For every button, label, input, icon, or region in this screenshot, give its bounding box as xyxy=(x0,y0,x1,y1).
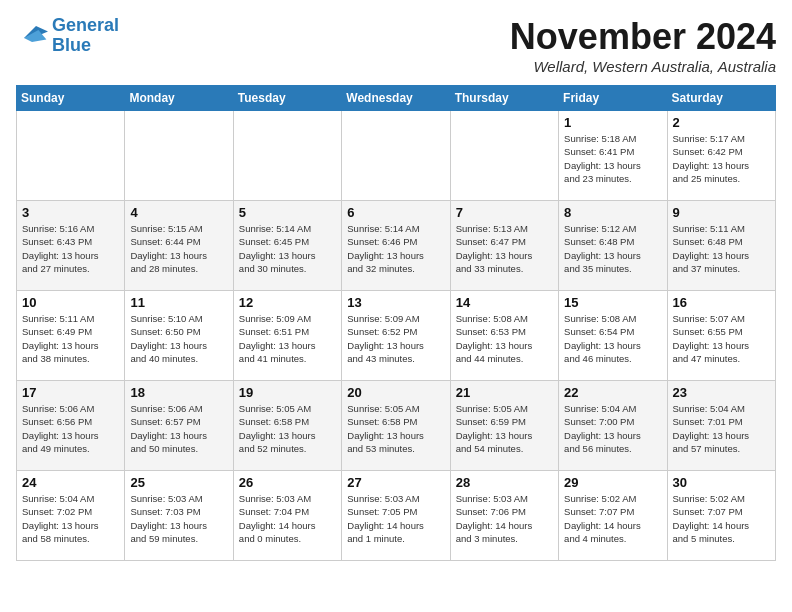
day-info: Sunrise: 5:06 AM Sunset: 6:56 PM Dayligh… xyxy=(22,402,119,455)
day-number: 26 xyxy=(239,475,336,490)
day-info: Sunrise: 5:07 AM Sunset: 6:55 PM Dayligh… xyxy=(673,312,770,365)
day-info: Sunrise: 5:09 AM Sunset: 6:52 PM Dayligh… xyxy=(347,312,444,365)
logo-text: General Blue xyxy=(52,16,119,56)
table-row: 27Sunrise: 5:03 AM Sunset: 7:05 PM Dayli… xyxy=(342,471,450,561)
table-row: 11Sunrise: 5:10 AM Sunset: 6:50 PM Dayli… xyxy=(125,291,233,381)
table-row: 3Sunrise: 5:16 AM Sunset: 6:43 PM Daylig… xyxy=(17,201,125,291)
header-tuesday: Tuesday xyxy=(233,86,341,111)
title-area: November 2024 Wellard, Western Australia… xyxy=(510,16,776,75)
table-row: 28Sunrise: 5:03 AM Sunset: 7:06 PM Dayli… xyxy=(450,471,558,561)
day-number: 10 xyxy=(22,295,119,310)
table-row: 16Sunrise: 5:07 AM Sunset: 6:55 PM Dayli… xyxy=(667,291,775,381)
header: General Blue November 2024 Wellard, West… xyxy=(16,16,776,75)
table-row: 7Sunrise: 5:13 AM Sunset: 6:47 PM Daylig… xyxy=(450,201,558,291)
day-number: 5 xyxy=(239,205,336,220)
day-number: 4 xyxy=(130,205,227,220)
day-number: 27 xyxy=(347,475,444,490)
day-number: 12 xyxy=(239,295,336,310)
day-info: Sunrise: 5:03 AM Sunset: 7:06 PM Dayligh… xyxy=(456,492,553,545)
day-info: Sunrise: 5:17 AM Sunset: 6:42 PM Dayligh… xyxy=(673,132,770,185)
table-row: 29Sunrise: 5:02 AM Sunset: 7:07 PM Dayli… xyxy=(559,471,667,561)
day-info: Sunrise: 5:03 AM Sunset: 7:05 PM Dayligh… xyxy=(347,492,444,545)
month-title: November 2024 xyxy=(510,16,776,58)
day-info: Sunrise: 5:16 AM Sunset: 6:43 PM Dayligh… xyxy=(22,222,119,275)
day-number: 11 xyxy=(130,295,227,310)
day-info: Sunrise: 5:14 AM Sunset: 6:46 PM Dayligh… xyxy=(347,222,444,275)
table-row xyxy=(17,111,125,201)
day-number: 7 xyxy=(456,205,553,220)
day-number: 14 xyxy=(456,295,553,310)
day-number: 25 xyxy=(130,475,227,490)
logo-line1: General xyxy=(52,15,119,35)
table-row: 5Sunrise: 5:14 AM Sunset: 6:45 PM Daylig… xyxy=(233,201,341,291)
day-info: Sunrise: 5:14 AM Sunset: 6:45 PM Dayligh… xyxy=(239,222,336,275)
table-row: 18Sunrise: 5:06 AM Sunset: 6:57 PM Dayli… xyxy=(125,381,233,471)
day-number: 17 xyxy=(22,385,119,400)
day-info: Sunrise: 5:04 AM Sunset: 7:01 PM Dayligh… xyxy=(673,402,770,455)
table-row: 19Sunrise: 5:05 AM Sunset: 6:58 PM Dayli… xyxy=(233,381,341,471)
table-row: 15Sunrise: 5:08 AM Sunset: 6:54 PM Dayli… xyxy=(559,291,667,381)
day-info: Sunrise: 5:11 AM Sunset: 6:48 PM Dayligh… xyxy=(673,222,770,275)
day-number: 24 xyxy=(22,475,119,490)
day-info: Sunrise: 5:05 AM Sunset: 6:58 PM Dayligh… xyxy=(347,402,444,455)
day-number: 9 xyxy=(673,205,770,220)
day-number: 28 xyxy=(456,475,553,490)
table-row: 26Sunrise: 5:03 AM Sunset: 7:04 PM Dayli… xyxy=(233,471,341,561)
day-number: 8 xyxy=(564,205,661,220)
logo-line2: Blue xyxy=(52,35,91,55)
calendar-table: Sunday Monday Tuesday Wednesday Thursday… xyxy=(16,85,776,561)
day-number: 2 xyxy=(673,115,770,130)
table-row: 8Sunrise: 5:12 AM Sunset: 6:48 PM Daylig… xyxy=(559,201,667,291)
day-info: Sunrise: 5:08 AM Sunset: 6:53 PM Dayligh… xyxy=(456,312,553,365)
day-info: Sunrise: 5:04 AM Sunset: 7:02 PM Dayligh… xyxy=(22,492,119,545)
day-info: Sunrise: 5:02 AM Sunset: 7:07 PM Dayligh… xyxy=(673,492,770,545)
day-info: Sunrise: 5:06 AM Sunset: 6:57 PM Dayligh… xyxy=(130,402,227,455)
day-info: Sunrise: 5:10 AM Sunset: 6:50 PM Dayligh… xyxy=(130,312,227,365)
header-friday: Friday xyxy=(559,86,667,111)
table-row: 9Sunrise: 5:11 AM Sunset: 6:48 PM Daylig… xyxy=(667,201,775,291)
table-row: 30Sunrise: 5:02 AM Sunset: 7:07 PM Dayli… xyxy=(667,471,775,561)
header-monday: Monday xyxy=(125,86,233,111)
table-row: 4Sunrise: 5:15 AM Sunset: 6:44 PM Daylig… xyxy=(125,201,233,291)
calendar-header: Sunday Monday Tuesday Wednesday Thursday… xyxy=(17,86,776,111)
table-row: 25Sunrise: 5:03 AM Sunset: 7:03 PM Dayli… xyxy=(125,471,233,561)
table-row xyxy=(342,111,450,201)
day-info: Sunrise: 5:04 AM Sunset: 7:00 PM Dayligh… xyxy=(564,402,661,455)
day-number: 23 xyxy=(673,385,770,400)
header-saturday: Saturday xyxy=(667,86,775,111)
header-sunday: Sunday xyxy=(17,86,125,111)
header-wednesday: Wednesday xyxy=(342,86,450,111)
table-row: 14Sunrise: 5:08 AM Sunset: 6:53 PM Dayli… xyxy=(450,291,558,381)
logo: General Blue xyxy=(16,16,119,56)
day-number: 21 xyxy=(456,385,553,400)
day-number: 3 xyxy=(22,205,119,220)
day-number: 19 xyxy=(239,385,336,400)
table-row xyxy=(450,111,558,201)
table-row xyxy=(125,111,233,201)
table-row: 2Sunrise: 5:17 AM Sunset: 6:42 PM Daylig… xyxy=(667,111,775,201)
day-number: 16 xyxy=(673,295,770,310)
day-info: Sunrise: 5:12 AM Sunset: 6:48 PM Dayligh… xyxy=(564,222,661,275)
day-info: Sunrise: 5:05 AM Sunset: 6:59 PM Dayligh… xyxy=(456,402,553,455)
day-number: 15 xyxy=(564,295,661,310)
table-row: 10Sunrise: 5:11 AM Sunset: 6:49 PM Dayli… xyxy=(17,291,125,381)
day-info: Sunrise: 5:09 AM Sunset: 6:51 PM Dayligh… xyxy=(239,312,336,365)
day-number: 6 xyxy=(347,205,444,220)
table-row xyxy=(233,111,341,201)
day-number: 29 xyxy=(564,475,661,490)
day-info: Sunrise: 5:02 AM Sunset: 7:07 PM Dayligh… xyxy=(564,492,661,545)
table-row: 12Sunrise: 5:09 AM Sunset: 6:51 PM Dayli… xyxy=(233,291,341,381)
day-info: Sunrise: 5:15 AM Sunset: 6:44 PM Dayligh… xyxy=(130,222,227,275)
day-number: 30 xyxy=(673,475,770,490)
table-row: 13Sunrise: 5:09 AM Sunset: 6:52 PM Dayli… xyxy=(342,291,450,381)
table-row: 24Sunrise: 5:04 AM Sunset: 7:02 PM Dayli… xyxy=(17,471,125,561)
day-info: Sunrise: 5:05 AM Sunset: 6:58 PM Dayligh… xyxy=(239,402,336,455)
day-number: 1 xyxy=(564,115,661,130)
day-number: 18 xyxy=(130,385,227,400)
day-info: Sunrise: 5:08 AM Sunset: 6:54 PM Dayligh… xyxy=(564,312,661,365)
table-row: 23Sunrise: 5:04 AM Sunset: 7:01 PM Dayli… xyxy=(667,381,775,471)
logo-icon xyxy=(16,22,48,50)
day-info: Sunrise: 5:13 AM Sunset: 6:47 PM Dayligh… xyxy=(456,222,553,275)
day-number: 20 xyxy=(347,385,444,400)
table-row: 6Sunrise: 5:14 AM Sunset: 6:46 PM Daylig… xyxy=(342,201,450,291)
